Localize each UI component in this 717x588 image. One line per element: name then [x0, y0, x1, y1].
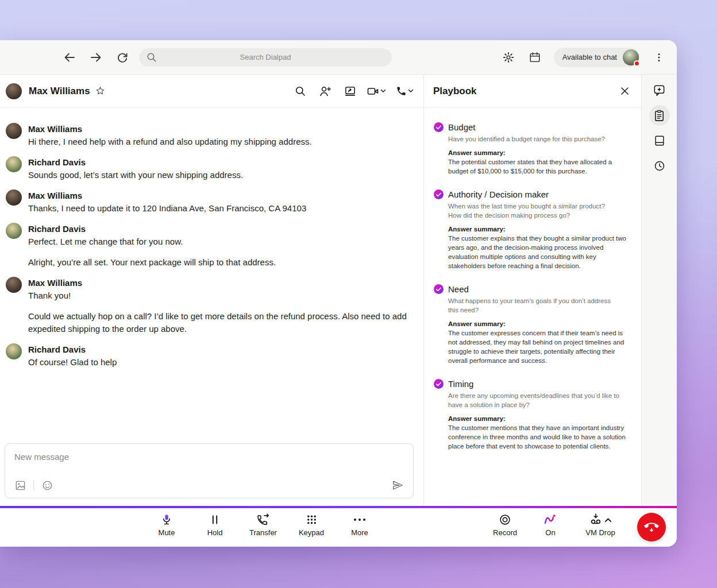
forward-button[interactable]	[88, 50, 103, 65]
right-sidebar	[642, 75, 677, 506]
sidebar-history-button[interactable]	[649, 156, 670, 176]
answer-summary-text: The customer explains that they bought a…	[448, 234, 632, 270]
control-label: VM Drop	[585, 528, 615, 537]
playbook-title: Playbook	[433, 86, 477, 97]
record-icon	[499, 513, 511, 526]
message-input[interactable]	[5, 444, 413, 462]
hold-button[interactable]: Hold	[197, 513, 233, 537]
avatar	[6, 223, 22, 239]
search-bar[interactable]	[139, 48, 392, 67]
chat-panel: Max Williams	[0, 75, 423, 506]
divider	[33, 480, 34, 490]
more-button[interactable]: More	[342, 513, 377, 537]
message-text: Perfect. Let me change that for you now.	[28, 235, 276, 248]
presence-status[interactable]: Available to chat	[554, 48, 640, 67]
arrow-left-icon	[63, 51, 76, 64]
record-button[interactable]: Record	[488, 513, 522, 537]
image-icon	[15, 480, 26, 491]
playbook-panel: Playbook Budget Have you identified a bu…	[423, 75, 642, 506]
video-call-button[interactable]	[367, 84, 386, 99]
mute-button[interactable]: Mute	[149, 513, 184, 537]
playbook-question: How did the decision making process go?	[448, 211, 620, 220]
avatar	[6, 277, 22, 293]
message-sender: Max Williams	[28, 123, 312, 136]
clock-icon	[653, 160, 666, 172]
send-button[interactable]	[391, 479, 404, 492]
phone-transfer-icon	[256, 513, 271, 527]
arrow-right-icon	[90, 51, 102, 64]
message-sender: Richard Davis	[28, 223, 276, 235]
contact-avatar	[6, 83, 22, 99]
message-text: Thank you!	[28, 289, 407, 302]
control-label: More	[351, 528, 368, 537]
screen-share-icon	[344, 86, 356, 97]
search-in-chat-button[interactable]	[293, 84, 308, 99]
answer-summary-label: Answer summary:	[448, 148, 632, 157]
ai-toggle-button[interactable]: On	[535, 513, 565, 537]
ellipsis-icon	[353, 517, 367, 522]
message-sender: Max Williams	[28, 189, 306, 202]
chevron-down-icon	[380, 89, 386, 93]
message: Max Williams Thank you! Could we actuall…	[6, 277, 414, 335]
sidebar-ai-assistant-button[interactable]	[649, 80, 670, 100]
user-avatar	[623, 49, 639, 65]
keypad-grid-icon	[306, 514, 318, 526]
playbook-item: Budget Have you identified a budget rang…	[434, 122, 641, 176]
emoji-button[interactable]	[41, 479, 53, 491]
playbook-list[interactable]: Budget Have you identified a budget rang…	[424, 108, 641, 464]
notebook-icon	[653, 134, 666, 147]
check-circle-icon[interactable]	[434, 122, 444, 132]
playbook-item-title: Budget	[448, 122, 632, 133]
search-input[interactable]	[139, 48, 392, 67]
close-playbook-button[interactable]	[617, 84, 632, 99]
check-circle-icon[interactable]	[434, 284, 444, 294]
chevron-up-icon[interactable]	[604, 517, 612, 523]
check-circle-icon[interactable]	[434, 189, 444, 199]
attach-image-button[interactable]	[14, 479, 26, 491]
playbook-item-title: Need	[448, 284, 632, 295]
check-circle-icon[interactable]	[434, 379, 444, 389]
message-list[interactable]: Max Williams Hi there, I need help with …	[0, 108, 423, 369]
refresh-button[interactable]	[115, 50, 130, 65]
sidebar-playbook-button[interactable]	[649, 105, 670, 126]
star-icon	[95, 86, 105, 96]
answer-summary-label: Answer summary:	[448, 319, 632, 328]
share-screen-button[interactable]	[342, 84, 357, 99]
message-text: Alright, you’re all set. Your next packa…	[28, 256, 276, 269]
message-text: Could we actually hop on a call? I’d lik…	[28, 310, 407, 335]
message: Richard Davis Sounds good, let’s start w…	[6, 156, 414, 181]
keypad-button[interactable]: Keypad	[294, 513, 329, 537]
voicemail-drop-icon	[589, 513, 603, 527]
message: Max Williams Hi there, I need help with …	[6, 123, 414, 148]
video-camera-icon	[367, 86, 379, 96]
chat-header: Max Williams	[0, 75, 423, 108]
control-label: Transfer	[249, 528, 277, 537]
calendar-button[interactable]	[527, 50, 542, 65]
message-sender: Max Williams	[28, 277, 407, 289]
back-button[interactable]	[62, 50, 77, 65]
message-composer[interactable]	[5, 443, 414, 498]
avatar	[6, 156, 22, 172]
person-add-icon	[319, 86, 331, 97]
settings-button[interactable]	[501, 50, 516, 65]
transfer-button[interactable]: Transfer	[245, 513, 281, 537]
contact-name: Max Williams	[29, 86, 90, 97]
overflow-menu-button[interactable]	[652, 50, 666, 65]
call-button[interactable]	[396, 84, 414, 99]
vm-drop-button[interactable]: VM Drop	[579, 513, 622, 537]
top-bar: Available to chat	[0, 40, 677, 75]
search-icon	[295, 86, 306, 97]
control-label: Record	[493, 528, 517, 537]
message-text: Hi there, I need help with a refund and …	[28, 136, 312, 148]
add-participant-button[interactable]	[318, 84, 333, 99]
message: Richard Davis Of course! Glad to help	[6, 343, 414, 369]
close-icon	[620, 87, 629, 95]
playbook-clipboard-icon	[653, 109, 666, 122]
sidebar-notes-button[interactable]	[649, 130, 670, 151]
playbook-question: What happens to your team’s goals if you…	[448, 296, 620, 315]
end-call-button[interactable]	[637, 513, 666, 541]
call-control-bar: Mute Hold Transf	[0, 506, 677, 547]
message-text: Thanks, I need to update it to 120 India…	[28, 202, 306, 215]
favorite-button[interactable]	[95, 86, 106, 97]
control-label: On	[545, 528, 555, 537]
